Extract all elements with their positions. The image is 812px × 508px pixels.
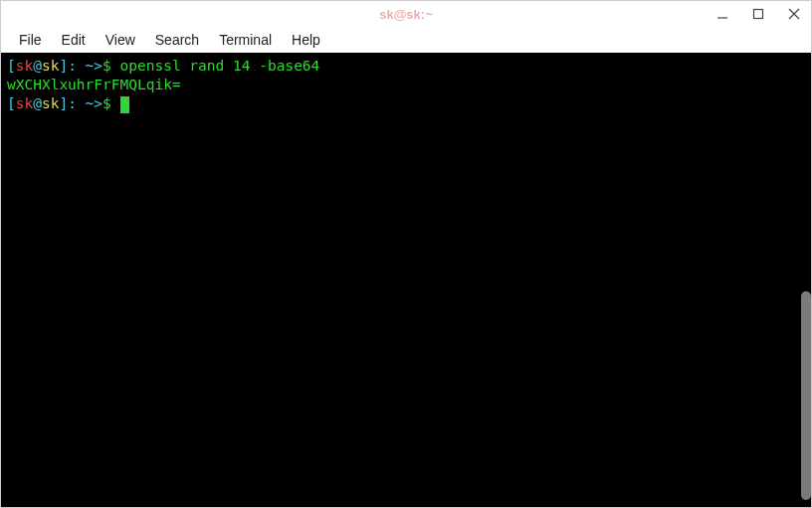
prompt-host: sk <box>42 95 59 111</box>
window-title: sk@sk:~ <box>379 7 433 22</box>
menu-view[interactable]: View <box>96 28 145 52</box>
scrollbar-thumb[interactable] <box>801 291 811 500</box>
close-button[interactable] <box>783 3 805 25</box>
terminal-window: sk@sk:~ File Edit View Search Terminal H… <box>0 0 812 508</box>
menu-help[interactable]: Help <box>282 28 330 52</box>
prompt-dollar: $ <box>102 95 119 111</box>
prompt-user: sk <box>16 95 33 111</box>
menubar: File Edit View Search Terminal Help <box>1 27 811 53</box>
command-text: openssl rand 14 -base64 <box>120 58 320 74</box>
prompt-user: sk <box>16 58 33 74</box>
terminal-area: [sk@sk]: ~>$ openssl rand 14 -base64 wXC… <box>1 53 811 507</box>
prompt-bracket-close: ] <box>59 58 68 74</box>
menu-search[interactable]: Search <box>145 28 209 52</box>
window-controls <box>711 1 805 27</box>
menu-terminal[interactable]: Terminal <box>209 28 282 52</box>
maximize-icon <box>752 8 764 20</box>
prompt-host: sk <box>42 58 59 74</box>
cursor <box>120 96 129 113</box>
menu-edit[interactable]: Edit <box>52 28 96 52</box>
output-text: wXCHXlxuhrFrFMQLqik= <box>7 77 181 92</box>
titlebar: sk@sk:~ <box>1 1 811 27</box>
scrollbar[interactable] <box>801 53 811 507</box>
minimize-icon <box>716 8 728 20</box>
minimize-button[interactable] <box>711 3 733 25</box>
maximize-button[interactable] <box>747 3 769 25</box>
close-icon <box>788 8 800 20</box>
prompt-bracket-close: ] <box>59 95 68 111</box>
terminal[interactable]: [sk@sk]: ~>$ openssl rand 14 -base64 wXC… <box>1 53 801 507</box>
prompt-path: : ~> <box>68 58 102 74</box>
menu-file[interactable]: File <box>9 28 52 52</box>
prompt-bracket: [ <box>7 58 16 74</box>
prompt-path: : ~> <box>68 95 102 111</box>
prompt-at: @ <box>33 58 42 74</box>
prompt-dollar: $ <box>102 58 119 74</box>
svg-rect-1 <box>754 10 763 19</box>
prompt-at: @ <box>33 95 42 111</box>
prompt-bracket: [ <box>7 95 16 111</box>
